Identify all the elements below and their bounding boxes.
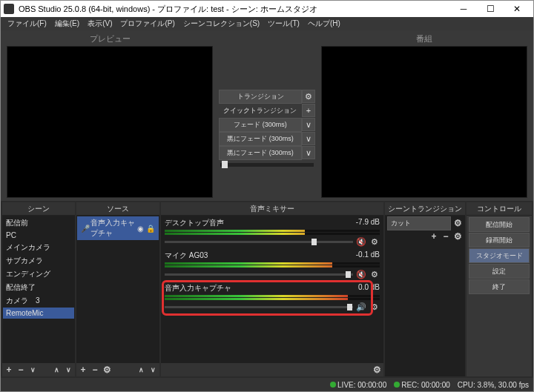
docks-row: シーン 配信前 PC メインカメラ サブカメラ エンディング 配信終了 カメラ … bbox=[1, 201, 533, 378]
strans-add-icon[interactable]: + bbox=[429, 231, 439, 242]
blackfade1-dropdown-icon[interactable]: ∨ bbox=[302, 132, 315, 145]
menu-help[interactable]: ヘルプ(H) bbox=[304, 17, 344, 30]
blackfade2-dropdown-icon[interactable]: ∨ bbox=[302, 146, 315, 159]
mixer-volume-slider[interactable] bbox=[165, 273, 353, 276]
transition-settings-icon[interactable]: ⚙ bbox=[302, 90, 315, 103]
scene-item-selected[interactable]: RemoteMic bbox=[3, 308, 74, 319]
scene-item[interactable]: PC bbox=[3, 230, 74, 241]
strans-body: カット ⚙ + − ⚙ bbox=[385, 216, 465, 376]
program-canvas[interactable] bbox=[321, 46, 527, 198]
menu-view[interactable]: 表示(V) bbox=[84, 17, 116, 30]
sources-list[interactable]: 🎤 音声入力キャプチャ ◉ 🔒 bbox=[76, 216, 159, 363]
menu-scene-collection[interactable]: シーンコレクション(S) bbox=[179, 17, 263, 30]
mixer-settings-icon[interactable]: ⚙ bbox=[369, 270, 380, 279]
mixer-advanced-icon[interactable]: ⚙ bbox=[372, 365, 382, 375]
scene-down-icon[interactable]: ∨ bbox=[63, 365, 73, 375]
close-button[interactable]: ✕ bbox=[504, 1, 530, 17]
preview-column: プレビュー bbox=[1, 30, 219, 201]
source-up-icon[interactable]: ∧ bbox=[136, 365, 146, 375]
mixer-dock: 音声ミキサー デスクトップ音声-7.9 dB 🔇 ⚙ マイク AG03-0.1 … bbox=[161, 202, 383, 376]
program-column: 番組 bbox=[315, 30, 533, 201]
scenes-dock: シーン 配信前 PC メインカメラ サブカメラ エンディング 配信終了 カメラ … bbox=[2, 202, 75, 376]
menu-file[interactable]: ファイル(F) bbox=[4, 17, 50, 30]
strans-settings-icon[interactable]: ⚙ bbox=[452, 218, 463, 228]
preview-area: プレビュー トランジション ⚙ クイックトランジション + フェード (300m… bbox=[1, 30, 533, 201]
transition-select[interactable]: カット bbox=[387, 216, 451, 230]
status-dot-icon bbox=[330, 382, 336, 388]
mixer-volume-slider[interactable] bbox=[165, 306, 353, 308]
preview-canvas[interactable] bbox=[7, 46, 213, 198]
scene-item[interactable]: エンディング bbox=[3, 268, 74, 281]
blackfade1-button[interactable]: 黒にフェード (300ms) bbox=[219, 132, 302, 146]
scene-item[interactable]: カメラ 3 bbox=[3, 294, 74, 308]
volume-handle[interactable] bbox=[346, 271, 351, 278]
scene-transitions-dock: シーントランジション カット ⚙ + − ⚙ bbox=[385, 202, 465, 376]
mixer-settings-icon[interactable]: ⚙ bbox=[369, 302, 380, 312]
source-remove-icon[interactable]: − bbox=[90, 365, 100, 375]
exit-button[interactable]: 終了 bbox=[469, 279, 530, 294]
menu-edit[interactable]: 編集(E) bbox=[51, 17, 83, 30]
blackfade2-button[interactable]: 黒にフェード (300ms) bbox=[219, 146, 302, 160]
tbar-slider[interactable] bbox=[220, 163, 314, 167]
volume-handle[interactable] bbox=[347, 304, 352, 310]
controls-dock: コントロール 配信開始 録画開始 スタジオモード 設定 終了 bbox=[467, 202, 532, 376]
menu-tools[interactable]: ツール(T) bbox=[264, 17, 303, 30]
menu-profile[interactable]: プロファイル(P) bbox=[116, 17, 178, 30]
scenes-header: シーン bbox=[2, 202, 75, 216]
status-dot-icon bbox=[394, 382, 400, 388]
scenes-list[interactable]: 配信前 PC メインカメラ サブカメラ エンディング 配信終了 カメラ 3 Re… bbox=[2, 216, 75, 363]
minimize-button[interactable]: ─ bbox=[450, 1, 477, 17]
source-lock-icon[interactable]: 🔒 bbox=[145, 225, 156, 233]
mixer-ch-name: 音声入力キャプチャ bbox=[165, 283, 231, 293]
scene-add-icon[interactable]: + bbox=[4, 365, 14, 375]
start-recording-button[interactable]: 録画開始 bbox=[469, 233, 530, 248]
mixer-channel-capture: 音声入力キャプチャ0.0 dB 🔊 ⚙ bbox=[162, 282, 383, 313]
scene-menu-icon[interactable]: ∨ bbox=[27, 365, 38, 375]
mixer-settings-icon[interactable]: ⚙ bbox=[369, 237, 380, 247]
mute-icon[interactable]: 🔇 bbox=[356, 237, 366, 247]
scene-up-icon[interactable]: ∧ bbox=[51, 365, 62, 375]
program-label: 番組 bbox=[416, 33, 432, 44]
mixer-header: 音声ミキサー bbox=[161, 202, 383, 216]
status-live: LIVE: 00:00:00 bbox=[337, 381, 386, 389]
studio-mode-button[interactable]: スタジオモード bbox=[469, 248, 530, 263]
controls-header: コントロール bbox=[467, 202, 532, 216]
mixer-ch-name: マイク AG03 bbox=[165, 250, 208, 261]
scene-item[interactable]: 配信終了 bbox=[3, 281, 74, 294]
status-bar: LIVE: 00:00:00 REC: 00:00:00 CPU: 3.8%, … bbox=[1, 378, 533, 391]
fade-dropdown-icon[interactable]: ∨ bbox=[302, 118, 315, 131]
source-settings-icon[interactable]: ⚙ bbox=[102, 365, 112, 375]
sources-header: ソース bbox=[76, 202, 159, 216]
transition-button[interactable]: トランジション bbox=[219, 90, 302, 104]
maximize-button[interactable]: ☐ bbox=[477, 1, 504, 17]
fade-transition-button[interactable]: フェード (300ms) bbox=[219, 118, 302, 132]
scene-remove-icon[interactable]: − bbox=[16, 365, 26, 375]
mixer-ch-db: 0.0 dB bbox=[358, 283, 380, 293]
source-label: 音声入力キャプチャ bbox=[90, 218, 135, 239]
source-down-icon[interactable]: ∨ bbox=[148, 365, 158, 375]
mixer-ch-name: デスクトップ音声 bbox=[165, 218, 224, 228]
mixer-volume-slider[interactable] bbox=[165, 241, 353, 243]
scene-item[interactable]: メインカメラ bbox=[3, 241, 74, 254]
quick-transition-label: クイックトランジション bbox=[219, 104, 302, 117]
source-item-selected[interactable]: 🎤 音声入力キャプチャ ◉ 🔒 bbox=[77, 216, 159, 240]
source-add-icon[interactable]: + bbox=[78, 365, 88, 375]
source-visibility-icon[interactable]: ◉ bbox=[135, 225, 145, 233]
strans-props-icon[interactable]: ⚙ bbox=[452, 231, 463, 242]
sources-dock: ソース 🎤 音声入力キャプチャ ◉ 🔒 + − ⚙ ∧ ∨ bbox=[76, 202, 159, 376]
strans-remove-icon[interactable]: − bbox=[441, 231, 451, 242]
status-cpu: CPU: 3.8%, 30.00 fps bbox=[458, 381, 529, 389]
speaker-icon[interactable]: 🔊 bbox=[356, 302, 366, 312]
mixer-footer: ⚙ bbox=[161, 363, 383, 376]
scene-item[interactable]: 配信前 bbox=[3, 216, 74, 230]
add-quick-transition-icon[interactable]: + bbox=[302, 104, 315, 117]
controls-body: 配信開始 録画開始 スタジオモード 設定 終了 bbox=[467, 216, 532, 376]
mixer-body: デスクトップ音声-7.9 dB 🔇 ⚙ マイク AG03-0.1 dB 🔇 ⚙ bbox=[161, 216, 383, 363]
volume-handle[interactable] bbox=[312, 239, 317, 245]
mute-icon[interactable]: 🔇 bbox=[356, 270, 366, 279]
start-streaming-button[interactable]: 配信開始 bbox=[469, 217, 530, 232]
tbar-handle[interactable] bbox=[222, 161, 228, 168]
menu-bar: ファイル(F) 編集(E) 表示(V) プロファイル(P) シーンコレクション(… bbox=[1, 17, 533, 30]
scene-item[interactable]: サブカメラ bbox=[3, 254, 74, 268]
settings-button[interactable]: 設定 bbox=[469, 264, 530, 279]
